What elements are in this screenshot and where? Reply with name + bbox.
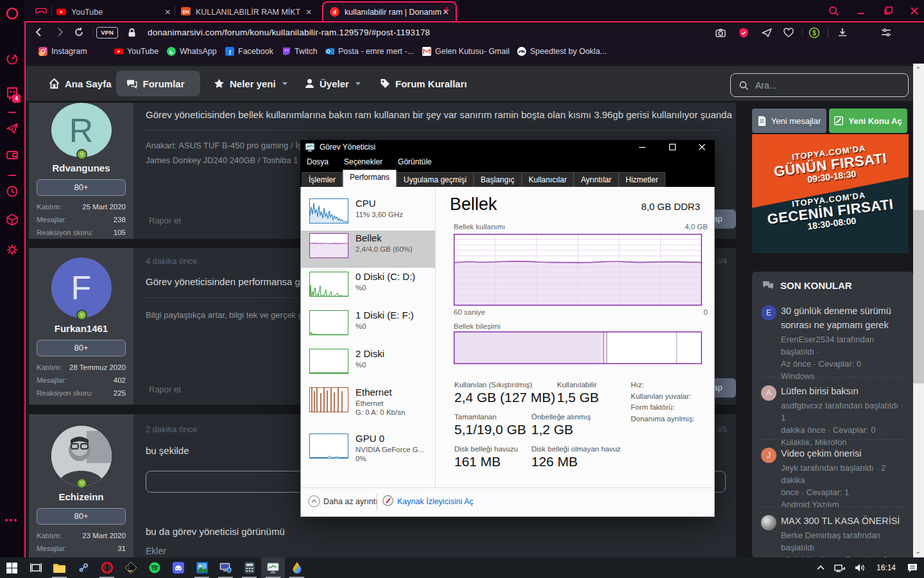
topic-title[interactable]: MAX 300 TL KASA ÖNERİSİ (781, 514, 905, 528)
wallet-icon[interactable] (5, 148, 19, 162)
new-topic-button[interactable]: Yeni Konu Aç (829, 109, 907, 133)
forward-icon[interactable] (54, 26, 65, 38)
window-minimize-button[interactable] (856, 5, 868, 17)
search-input[interactable] (755, 80, 884, 91)
tab-performance[interactable]: Performans (343, 170, 397, 187)
start-button[interactable] (0, 557, 24, 578)
post-number[interactable]: #4 (718, 256, 727, 266)
user-level-badge[interactable]: 80+ (37, 340, 126, 356)
perf-item-disk2[interactable]: 2 Diski %0 (301, 346, 435, 383)
snapshot-camera-icon[interactable] (715, 27, 726, 39)
tray-expand-icon[interactable] (816, 565, 825, 571)
avatar[interactable]: R (51, 103, 112, 157)
sidebar-more-icon[interactable] (5, 519, 19, 523)
vpn-shield-icon[interactable] (738, 27, 749, 39)
downloads-icon[interactable] (837, 27, 848, 39)
close-button[interactable] (697, 142, 707, 152)
window-restore-button[interactable] (883, 5, 894, 17)
league-of-legends-button[interactable] (119, 557, 142, 578)
history-clock-icon[interactable] (5, 184, 19, 198)
forum-search[interactable] (730, 73, 909, 97)
bookmark-facebook[interactable]: fFacebook (225, 47, 273, 56)
perf-item-memory[interactable]: Bellek 2,4/4,0 GB (60%) (301, 231, 435, 268)
nav-members[interactable]: Üyeler (305, 75, 361, 92)
new-messages-button[interactable]: Yeni mesajlar (752, 109, 826, 133)
perf-item-disk1[interactable]: 1 Diski (E: F:) %0 (301, 308, 435, 345)
opera-logo-icon[interactable] (5, 6, 19, 21)
bookmark-gmail[interactable]: Gelen Kutusu- Gmail (422, 47, 509, 56)
calculator-button[interactable] (237, 557, 261, 578)
extensions-box-icon[interactable] (5, 213, 19, 227)
bookmark-youtube[interactable]: YouTube (114, 47, 158, 56)
post-author[interactable]: Rdvangunes (52, 162, 110, 173)
perf-item-ethernet[interactable]: Ethernet Ethernet G: 0 A: 0 Kb/sn (301, 385, 435, 426)
tab-active-donanimarsivi[interactable]: d kullanılabilir ram | Donanım ✕ (322, 1, 457, 21)
tab-close-icon[interactable]: ✕ (305, 8, 312, 17)
topic-title[interactable]: 30 günlük deneme sürümü sonrası ne yapma… (781, 304, 905, 332)
tab-users[interactable]: Kullanıcılar (522, 172, 574, 187)
lock-icon[interactable] (127, 28, 137, 38)
tab-app-history[interactable]: Uygulama geçmişi (397, 172, 474, 187)
action-center-icon[interactable] (907, 563, 918, 573)
avatar[interactable]: F (51, 258, 112, 318)
opera-button[interactable] (95, 557, 119, 578)
search-tabs-icon[interactable] (828, 5, 839, 17)
window-close-button[interactable] (909, 5, 920, 17)
task-manager-titlebar[interactable]: Görev Yöneticisi (300, 140, 715, 154)
user-level-badge[interactable]: 80+ (37, 179, 126, 196)
tab-details[interactable]: Ayrıntılar (574, 172, 619, 187)
menu-view[interactable]: Görüntüle (398, 157, 432, 166)
nav-forums-active[interactable]: Forumlar (116, 71, 200, 96)
user-level-badge[interactable]: 80+ (37, 508, 126, 525)
perf-item-cpu[interactable]: CPU 11% 3,60 GHz (301, 196, 435, 233)
less-details-icon[interactable] (308, 495, 320, 507)
itopya-ad-banner[interactable]: ITOPYA.COM'DA GÜNÜN FIRSATI 09:30-18:30 … (752, 134, 909, 253)
back-icon[interactable] (33, 26, 45, 38)
topic-item[interactable]: J Video çekim önerisi Jeyk tarafından ba… (761, 446, 905, 511)
bookmark-whatsapp[interactable]: WhatsApp (167, 47, 217, 56)
menu-options[interactable]: Seçenekler (344, 157, 382, 166)
url-text[interactable]: donanimarsivi.com/forum/konu/kullanilabi… (148, 28, 430, 37)
send-to-device-icon[interactable] (761, 27, 773, 39)
topic-item[interactable]: MAX 300 TL KASA ÖNERİSİ Berke Demirbaş t… (761, 514, 905, 557)
topic-title[interactable]: Lütfen birisi baksın (781, 384, 905, 398)
bookmark-speedtest[interactable]: Speedtest by Ookla... (517, 47, 607, 56)
topic-title[interactable]: Video çekim önerisi (781, 446, 905, 460)
report-link[interactable]: Rapor et (149, 385, 181, 394)
scrollbar-thumb[interactable] (913, 210, 924, 383)
post-author[interactable]: Echizeinn (58, 491, 103, 502)
nav-rules[interactable]: Forum Kuralları (380, 75, 467, 92)
taskbar-clock[interactable]: 16:14 (873, 563, 900, 572)
bookmark-heart-icon[interactable] (783, 27, 794, 39)
volume-icon[interactable] (855, 563, 865, 572)
gx-gamepad-icon[interactable] (35, 4, 47, 17)
post-time[interactable]: 4 dakika önce (146, 256, 197, 266)
bookmark-twitch[interactable]: Twitch (282, 47, 317, 56)
tab-close-icon[interactable]: ✕ (164, 8, 171, 17)
tab-youtube[interactable]: YouTube ✕ (56, 3, 171, 21)
photos-button[interactable] (190, 557, 214, 578)
scroll-up-icon[interactable]: ⌃ (915, 66, 921, 74)
new-tab-button[interactable]: + (440, 4, 453, 17)
cashback-icon[interactable]: $ (809, 27, 820, 39)
avatar-photo[interactable] (51, 426, 112, 486)
bookmark-instagram[interactable]: Instagram (38, 47, 87, 56)
spotify-button[interactable] (142, 557, 166, 578)
page-scrollbar[interactable]: ⌃ ⌄ (913, 64, 924, 557)
post-time[interactable]: 2 dakika önce (146, 425, 197, 434)
nav-home[interactable]: Ana Sayfa (49, 75, 112, 92)
settings-gear-icon[interactable] (5, 243, 19, 257)
easy-setup-tune-icon[interactable] (880, 27, 892, 39)
pc-settings-button[interactable] (214, 557, 237, 578)
menu-file[interactable]: Dosya (307, 157, 329, 166)
perf-item-disk0[interactable]: 0 Diski (C: D:) %0 (301, 269, 435, 306)
topic-item[interactable]: E 30 günlük deneme sürümü sonrası ne yap… (761, 304, 905, 382)
tab-services[interactable]: Hizmetler (619, 172, 665, 187)
nav-whats-new[interactable]: Neler yeni (214, 75, 287, 92)
network-icon[interactable] (834, 563, 846, 572)
report-link[interactable]: Rapor et (149, 216, 181, 225)
reload-icon[interactable] (73, 26, 85, 38)
scroll-down-icon[interactable]: ⌄ (915, 547, 921, 556)
paintnet-button[interactable] (285, 557, 309, 578)
file-explorer-button[interactable] (47, 557, 71, 578)
